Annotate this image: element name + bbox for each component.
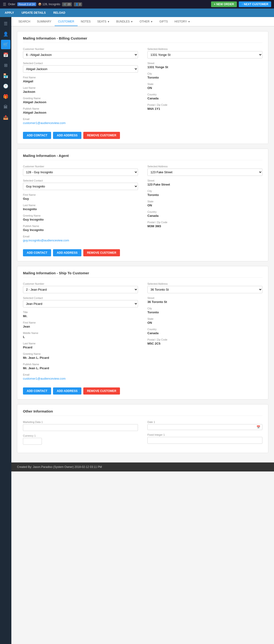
cart-badge: 🛒 23 bbox=[62, 2, 72, 6]
billing-greeting-name-label: Greeting Name bbox=[23, 97, 138, 100]
billing-add-address-button[interactable]: ADD ADDRESS bbox=[53, 132, 82, 139]
sidebar-item-user[interactable]: 👤 bbox=[1, 29, 10, 39]
tab-customer[interactable]: CUSTOMER bbox=[55, 18, 77, 26]
agent-email-value[interactable]: guy.incognito@audienceview.com bbox=[23, 238, 138, 242]
agent-remove-customer-button[interactable]: REMOVE CUSTOMER bbox=[83, 249, 120, 256]
ship-to-email-label: Email bbox=[23, 373, 138, 376]
billing-greeting-name-value: Abigail Jackson bbox=[23, 100, 138, 104]
ship-to-country-label: Country bbox=[148, 328, 262, 331]
agent-greeting-name-label: Greeting Name bbox=[23, 214, 138, 217]
agent-city-label: City bbox=[148, 190, 262, 192]
tab-gifts[interactable]: GIFTS bbox=[156, 18, 171, 26]
agent-selected-contact-select[interactable]: Guy Incognito bbox=[23, 183, 138, 190]
sidebar-item-export[interactable]: 📤 bbox=[1, 113, 10, 122]
billing-selected-address-label: Selected Address bbox=[148, 48, 262, 50]
agent-postal-label: Postal / Zip Code bbox=[148, 221, 262, 224]
menu-sidebar-icon: ☰ bbox=[4, 21, 8, 26]
tab-notes[interactable]: NOTES bbox=[78, 18, 94, 26]
ship-to-email-value[interactable]: customer1@audienceview.com bbox=[23, 377, 138, 380]
agent-city-value: Toronto bbox=[148, 193, 262, 197]
agent-first-name-label: First Name bbox=[23, 193, 138, 196]
ship-to-selected-address-select[interactable]: 36 Toronto St bbox=[148, 286, 262, 293]
agent-street-label: Street bbox=[148, 179, 262, 182]
sidebar-item-clock[interactable]: 🕐 bbox=[1, 82, 10, 91]
sidebar-item-menu[interactable]: ☰ bbox=[1, 19, 10, 28]
page-footer: Created By: Jason.Paradiso (System Owner… bbox=[11, 462, 274, 472]
billing-city-label: City bbox=[148, 72, 262, 75]
currency-1-input[interactable] bbox=[23, 438, 42, 445]
apply-button[interactable]: APPLY bbox=[3, 10, 16, 16]
billing-customer-number-select[interactable]: 6 - Abigail Jackson bbox=[23, 51, 138, 58]
date-1-input[interactable] bbox=[150, 425, 256, 429]
tab-seats[interactable]: SEATS ▼ bbox=[94, 18, 113, 26]
ship-to-selected-address-label: Selected Address bbox=[148, 282, 262, 285]
ship-to-greeting-name-label: Greeting Name bbox=[23, 352, 138, 355]
clock-icon: 🕐 bbox=[3, 84, 8, 89]
agent-country-label: Country bbox=[148, 210, 262, 213]
update-details-button[interactable]: UPDATE DETAILS bbox=[20, 10, 48, 16]
billing-last-name-label: Last Name bbox=[23, 86, 138, 89]
sidebar-item-store[interactable]: 🏪 bbox=[1, 71, 10, 80]
agent-email-label: Email bbox=[23, 235, 138, 238]
ship-to-street-value: 36 Toronto St bbox=[148, 300, 262, 304]
other-info-title: Other Information bbox=[23, 409, 262, 416]
sidebar-item-calendar[interactable]: 📅 bbox=[1, 50, 10, 60]
billing-remove-customer-button[interactable]: REMOVE CUSTOMER bbox=[83, 132, 120, 139]
tab-search[interactable]: SEARCH bbox=[15, 18, 34, 26]
ship-to-customer-number-label: Customer Number bbox=[23, 282, 138, 285]
agent-customer-number-select[interactable]: 128 - Guy Incognito bbox=[23, 168, 138, 176]
footer-text: Created By: Jason.Paradiso (System Owner… bbox=[17, 465, 102, 468]
ship-to-title-value: Mr. bbox=[23, 314, 138, 318]
billing-selected-address-select[interactable]: 1331 Yonge St bbox=[148, 51, 262, 58]
gift-icon: 🎁 bbox=[3, 94, 8, 99]
agent-add-address-button[interactable]: ADD ADDRESS bbox=[53, 249, 82, 256]
ship-to-section: Mailing Information - Ship To Customer C… bbox=[17, 266, 268, 400]
next-customer-button[interactable]: ↑ NEXT CUSTOMER bbox=[239, 2, 271, 7]
agent-add-contact-button[interactable]: ADD CONTACT bbox=[23, 249, 51, 256]
billing-state-label: State bbox=[148, 82, 262, 86]
ship-to-add-contact-button[interactable]: ADD CONTACT bbox=[23, 388, 51, 394]
agent-last-name-label: Last Name bbox=[23, 204, 138, 206]
agent-street-value: 123 Fake Street bbox=[148, 183, 262, 186]
ship-to-street-label: Street bbox=[148, 296, 262, 300]
order-number: 📦 128, Incognito bbox=[38, 2, 60, 6]
menu-icon[interactable]: ☰ bbox=[3, 2, 6, 7]
tab-history[interactable]: HISTORY ▼ bbox=[171, 18, 194, 26]
ship-to-middle-name-value: L bbox=[23, 335, 138, 339]
sidebar-item-cart[interactable]: 🛒 bbox=[1, 40, 10, 49]
ship-to-publish-name-value: Mr. Jean L. Picard bbox=[23, 366, 138, 370]
agent-selected-address-select[interactable]: 123 Fake Street bbox=[148, 168, 262, 176]
reload-button[interactable]: RELOAD bbox=[51, 10, 67, 16]
billing-add-contact-button[interactable]: ADD CONTACT bbox=[23, 132, 51, 139]
sidebar-item-gift[interactable]: 🎁 bbox=[1, 92, 10, 101]
agent-btn-row: ADD CONTACT ADD ADDRESS REMOVE CUSTOMER bbox=[23, 249, 262, 256]
ship-to-state-label: State bbox=[148, 318, 262, 320]
tab-bundles[interactable]: BUNDLES ▼ bbox=[113, 18, 136, 26]
sidebar-item-building[interactable]: 🏛 bbox=[1, 102, 10, 112]
fixed-integer-1-input[interactable] bbox=[148, 437, 262, 444]
building-icon: 🏛 bbox=[4, 104, 8, 110]
sidebar-item-tag[interactable]: ⊞ bbox=[1, 60, 10, 70]
tab-other[interactable]: OTHER ▼ bbox=[136, 18, 156, 26]
agent-state-value: ON bbox=[148, 204, 262, 207]
billing-selected-contact-select[interactable]: Abigail Jackson bbox=[23, 65, 138, 73]
billing-publish-name-value: Abigail Jackson bbox=[23, 111, 138, 114]
ship-to-remove-customer-button[interactable]: REMOVE CUSTOMER bbox=[83, 388, 120, 394]
new-order-button[interactable]: + NEW ORDER bbox=[211, 2, 237, 7]
ship-to-selected-contact-select[interactable]: Jean Picard bbox=[23, 300, 138, 308]
date-1-calendar-icon[interactable]: 📅 bbox=[256, 425, 260, 429]
billing-btn-row: ADD CONTACT ADD ADDRESS REMOVE CUSTOMER bbox=[23, 132, 262, 139]
tab-summary[interactable]: SUMMARY bbox=[34, 18, 55, 26]
marketing-data-1-input[interactable] bbox=[23, 424, 138, 431]
date-1-label: Date 1 bbox=[148, 420, 262, 424]
billing-email-value[interactable]: customer1@audienceview.com bbox=[23, 121, 138, 125]
ship-to-state-value: ON bbox=[148, 321, 262, 324]
billing-first-name-label: First Name bbox=[23, 76, 138, 79]
billing-city-value: Toronto bbox=[148, 76, 262, 79]
ship-to-add-address-button[interactable]: ADD ADDRESS bbox=[53, 388, 82, 394]
billing-state-value: ON bbox=[148, 86, 262, 90]
ship-to-section-title: Mailing Information - Ship To Customer bbox=[23, 271, 262, 278]
agent-section: Mailing Information - Agent Customer Num… bbox=[17, 149, 268, 261]
agent-selected-contact-label: Selected Contact bbox=[23, 179, 138, 182]
ship-to-customer-number-select[interactable]: 2 - Jean Picard bbox=[23, 286, 138, 293]
